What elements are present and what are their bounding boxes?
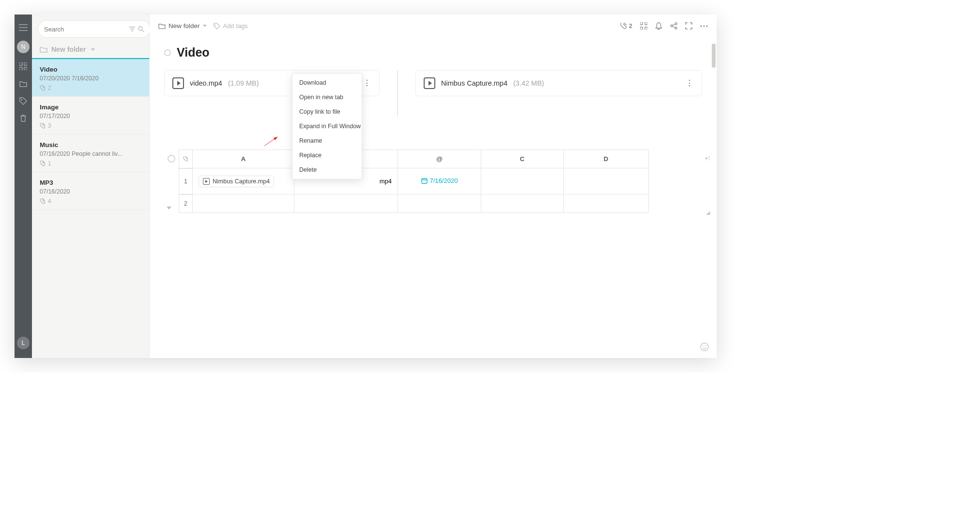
note-item-image[interactable]: Image 07/17/2020 3 — [32, 97, 149, 134]
menu-delete[interactable]: Delete — [292, 163, 362, 177]
note-list: Video 07/20/2020 7/16/2020 2 Image 07/17… — [32, 59, 149, 210]
menu-copy-link[interactable]: Copy link to file — [292, 104, 362, 119]
attachment-card-nimbus[interactable]: Nimbus Capture.mp4 (3.42 MB) ⋮ — [415, 70, 702, 96]
note-attach: 4 — [40, 198, 141, 205]
attachments-row: video.mp4 (1.09 MB) ⋮ Add caption Downlo… — [164, 70, 702, 117]
table-row[interactable] — [193, 194, 649, 213]
menu-download[interactable]: Download — [292, 75, 362, 90]
add-tags-button[interactable]: Add tags — [214, 22, 248, 30]
add-row-icon[interactable] — [167, 207, 171, 209]
clip-header — [179, 149, 192, 168]
note-title: Music — [40, 141, 141, 149]
user-avatar[interactable]: N — [17, 41, 30, 53]
folder-header[interactable]: New folder — [32, 43, 149, 59]
chevron-down-icon — [91, 48, 95, 51]
hamburger-icon[interactable] — [19, 23, 28, 32]
add-tags-label: Add tags — [223, 22, 248, 30]
video-icon — [172, 77, 184, 89]
col-d-header[interactable]: D — [564, 150, 649, 168]
row-number[interactable]: 2 — [179, 194, 192, 213]
note-title: Image — [40, 104, 141, 111]
svg-point-20 — [703, 345, 704, 346]
video-icon — [203, 178, 210, 185]
svg-point-19 — [701, 343, 708, 351]
search-icon[interactable] — [138, 26, 144, 32]
cell-at[interactable] — [398, 194, 481, 213]
sidebar-top — [32, 15, 149, 43]
context-menu: Download Open in new tab Copy link to fi… — [292, 73, 362, 179]
cell-d[interactable] — [564, 168, 649, 194]
svg-rect-9 — [640, 27, 643, 30]
attachment-name: Nimbus Capture.mp4 — [441, 79, 507, 87]
trash-icon[interactable] — [19, 114, 28, 123]
file-chip[interactable]: Nimbus Capture.mp4 — [199, 176, 274, 187]
tag-icon[interactable] — [19, 97, 28, 105]
folder-header-label: New folder — [51, 45, 86, 53]
column-divider — [397, 70, 398, 117]
app-frame: N L — [15, 15, 717, 358]
page-heading: Video — [164, 45, 702, 60]
table-header-row: A @ C D — [193, 150, 649, 168]
svg-point-16 — [706, 25, 707, 27]
cell-b[interactable] — [294, 194, 398, 213]
chevron-down-icon — [203, 25, 207, 27]
left-rail: N L — [15, 15, 32, 358]
search-field[interactable] — [44, 26, 125, 33]
cell-c[interactable] — [481, 194, 564, 213]
note-item-music[interactable]: Music 07/16/2020 People cannot liv... 1 — [32, 134, 149, 172]
note-sub: 07/16/2020 People cannot liv... — [40, 150, 141, 157]
expand-icon[interactable] — [685, 22, 692, 30]
emoji-icon[interactable] — [700, 342, 709, 351]
breadcrumb[interactable]: New folder — [158, 22, 207, 30]
note-item-video[interactable]: Video 07/20/2020 7/16/2020 2 — [32, 59, 149, 97]
menu-expand-full[interactable]: Expand in Full Window — [292, 119, 362, 134]
note-title: MP3 — [40, 179, 141, 186]
menu-rename[interactable]: Rename — [292, 134, 362, 148]
attachment-menu-button[interactable]: ⋮ — [363, 79, 371, 87]
note-item-mp3[interactable]: MP3 07/16/2020 4 — [32, 172, 149, 210]
bell-icon[interactable] — [655, 22, 662, 30]
grid-icon[interactable] — [19, 62, 28, 71]
cell-a[interactable] — [193, 194, 294, 213]
svg-point-14 — [700, 25, 702, 27]
share-icon[interactable] — [670, 22, 677, 30]
table-block: 1 2 A @ C D — [164, 149, 702, 213]
svg-rect-0 — [19, 62, 22, 65]
cell-at[interactable]: 7/16/2020 — [398, 168, 481, 194]
table-row[interactable]: Nimbus Capture.mp4 mp4 7/16/2020 — [193, 168, 649, 194]
svg-point-11 — [671, 25, 673, 27]
table-expand-icon[interactable]: ▸| — [705, 155, 710, 161]
attachment-name: video.mp4 — [190, 79, 222, 87]
date-chip[interactable]: 7/16/2020 — [421, 177, 458, 184]
svg-rect-2 — [19, 67, 22, 70]
col-at-header[interactable]: @ — [398, 150, 481, 168]
attachment-size: (1.09 MB) — [228, 79, 259, 87]
menu-replace[interactable]: Replace — [292, 148, 362, 163]
apps-icon[interactable] — [640, 22, 647, 30]
attachments-count[interactable]: 2 — [620, 22, 632, 30]
cell-a[interactable]: Nimbus Capture.mp4 — [193, 168, 294, 194]
table-gutter-left — [164, 149, 179, 163]
cell-d[interactable] — [564, 194, 649, 213]
attachment-size: (3.42 MB) — [513, 79, 544, 87]
note-attach: 3 — [40, 122, 141, 129]
folder-icon[interactable] — [19, 79, 28, 88]
more-icon[interactable] — [700, 25, 708, 27]
menu-open-new-tab[interactable]: Open in new tab — [292, 90, 362, 104]
folder-icon — [40, 46, 47, 53]
row-number[interactable]: 1 — [179, 168, 192, 194]
search-input[interactable] — [38, 20, 151, 38]
col-c-header[interactable]: C — [481, 150, 564, 168]
svg-rect-1 — [24, 62, 27, 65]
main-area: New folder Add tags 2 — [150, 15, 717, 358]
filter-icon[interactable] — [129, 26, 135, 32]
table-resize-icon[interactable]: ◢ — [706, 209, 710, 216]
row-select-all[interactable] — [168, 155, 175, 163]
cell-c[interactable] — [481, 168, 564, 194]
user-avatar-bottom[interactable]: L — [17, 337, 30, 349]
page-status-circle[interactable] — [164, 49, 171, 56]
svg-point-5 — [138, 27, 142, 30]
col-a-header[interactable]: A — [193, 150, 294, 168]
attachment-menu-button[interactable]: ⋮ — [686, 79, 694, 87]
content: Video video.mp4 (1.09 MB) ⋮ Add caption … — [150, 38, 717, 223]
